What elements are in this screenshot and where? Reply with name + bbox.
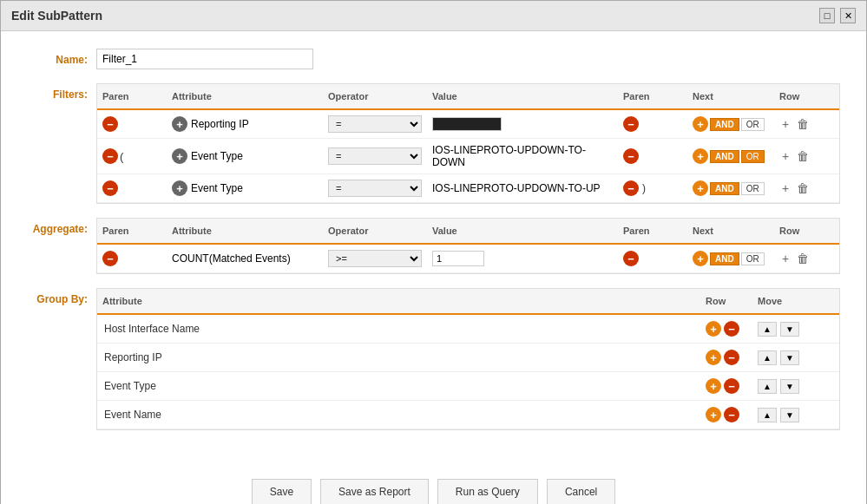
filters-row: Filters: Paren Attribute Operator Value …	[27, 83, 840, 204]
groupby3-add-row[interactable]: +	[706, 378, 721, 394]
filter3-attribute-value: Event Type	[191, 182, 243, 194]
groupby-attr-3: Event Type	[97, 376, 700, 396]
filter1-remove-paren-close[interactable]: −	[623, 116, 639, 132]
groupby-row-btns-3: + −	[700, 376, 752, 396]
filter1-and-or: + AND OR	[693, 116, 765, 132]
agg1-delete-row[interactable]: 🗑	[794, 251, 811, 266]
filter3-operator-cell: =	[323, 178, 427, 199]
filter2-add-attribute[interactable]: +	[172, 148, 187, 164]
filter1-paren-open: −	[97, 115, 167, 134]
groupby2-move-down[interactable]: ▼	[780, 350, 799, 365]
filter3-remove-paren-open[interactable]: −	[102, 180, 118, 196]
filter3-add-attribute[interactable]: +	[172, 180, 187, 196]
agg1-add-row[interactable]: +	[779, 251, 791, 266]
filters-table-container: Paren Attribute Operator Value Paren Nex…	[96, 83, 840, 204]
name-input[interactable]	[96, 49, 313, 69]
agg1-paren-open: −	[97, 249, 167, 268]
filter2-paren-open: − (	[97, 147, 167, 166]
filters-col-attribute: Attribute	[167, 89, 323, 103]
groupby2-remove-row[interactable]: −	[724, 350, 739, 365]
groupby-attr-2: Reporting IP	[97, 348, 700, 367]
groupby1-move-down[interactable]: ▼	[780, 322, 799, 337]
filter2-add-row[interactable]: +	[779, 148, 791, 164]
groupby3-remove-row[interactable]: −	[724, 378, 739, 394]
groupby-move-4: ▲ ▼	[752, 406, 839, 424]
filter1-plus-next[interactable]: +	[693, 116, 708, 132]
groupby4-move-up[interactable]: ▲	[758, 408, 777, 422]
groupby4-move-down[interactable]: ▼	[780, 408, 799, 422]
aggregate-label: Aggregate:	[27, 218, 96, 235]
cancel-button[interactable]: Cancel	[547, 479, 615, 504]
groupby1-move-btns: ▲ ▼	[758, 322, 799, 337]
minimize-button[interactable]: □	[819, 8, 835, 23]
filter3-and-or: + AND OR	[693, 180, 765, 196]
filter1-next-cell: + AND OR	[687, 115, 774, 134]
agg-col-row: Row	[774, 224, 826, 238]
groupby2-move-up[interactable]: ▲	[758, 350, 777, 365]
content-area: Name: Filters: Paren Attribute Operator …	[1, 31, 866, 461]
filter3-delete-row[interactable]: 🗑	[794, 180, 811, 196]
filter3-plus-next[interactable]: +	[693, 180, 708, 196]
filter3-or-btn[interactable]: OR	[741, 182, 765, 195]
groupby4-remove-row[interactable]: −	[724, 407, 739, 422]
agg1-and-or: + AND OR	[693, 251, 765, 266]
filter2-remove-paren-open[interactable]: −	[102, 148, 118, 164]
aggregate-table-header: Paren Attribute Operator Value Paren Nex…	[97, 219, 839, 245]
agg-col-attribute: Attribute	[167, 224, 323, 238]
save-button[interactable]: Save	[252, 479, 312, 504]
filter2-delete-row[interactable]: 🗑	[794, 148, 811, 164]
filter1-remove-paren-open[interactable]: −	[102, 116, 118, 132]
agg1-plus-next[interactable]: +	[693, 251, 708, 266]
agg1-value-input[interactable]	[432, 251, 484, 266]
agg1-operator-select[interactable]: >=	[328, 250, 422, 267]
filter3-add-row[interactable]: +	[779, 180, 791, 196]
filter2-remove-paren-close[interactable]: −	[623, 148, 639, 164]
filter3-paren-close: − )	[618, 179, 687, 198]
aggregate-table-container: Paren Attribute Operator Value Paren Nex…	[96, 218, 840, 274]
filter2-operator-select[interactable]: =	[328, 147, 422, 165]
groupby2-add-row[interactable]: +	[706, 350, 721, 365]
groupby1-remove-row[interactable]: −	[724, 321, 739, 337]
filter1-add-row[interactable]: +	[779, 116, 791, 132]
groupby-col-row: Row	[700, 294, 752, 308]
run-as-query-button[interactable]: Run as Query	[437, 479, 538, 504]
groupby3-move-down[interactable]: ▼	[780, 379, 799, 394]
agg1-remove-paren-close[interactable]: −	[623, 251, 639, 266]
filter1-operator-select[interactable]: =	[328, 115, 422, 133]
filter1-value-masked	[432, 117, 502, 131]
title-bar-controls: □ ✕	[819, 8, 856, 23]
filter1-delete-row[interactable]: 🗑	[794, 116, 811, 132]
filters-label: Filters:	[27, 83, 96, 101]
name-row: Name:	[27, 49, 840, 69]
agg1-and-btn[interactable]: AND	[710, 252, 739, 265]
groupby1-add-row[interactable]: +	[706, 321, 721, 337]
filter1-add-attribute[interactable]: +	[172, 116, 187, 132]
filter1-and-btn[interactable]: AND	[710, 118, 739, 131]
agg1-attribute-cell: COUNT(Matched Events)	[167, 251, 323, 266]
filter2-plus-next[interactable]: +	[693, 148, 708, 164]
filter2-and-btn[interactable]: AND	[710, 150, 739, 163]
name-value-container	[96, 49, 840, 69]
save-as-report-button[interactable]: Save as Report	[320, 479, 429, 504]
filter2-value-text: IOS-LINEPROTO-UPDOWN-TO-DOWN	[432, 144, 613, 168]
groupby-row-btns-1: + −	[700, 319, 752, 338]
filter3-row-btns: + 🗑	[774, 179, 826, 198]
groupby4-add-row[interactable]: +	[706, 407, 721, 422]
filter2-attribute-value: Event Type	[191, 150, 243, 162]
filters-col-next: Next	[687, 89, 774, 103]
filter2-next-cell: + AND OR	[687, 147, 774, 166]
groupby3-move-up[interactable]: ▲	[758, 379, 777, 394]
agg1-remove-paren-open[interactable]: −	[102, 251, 118, 266]
agg1-row-btns: + 🗑	[774, 249, 826, 268]
filter2-or-btn[interactable]: OR	[741, 150, 765, 163]
groupby1-move-up[interactable]: ▲	[758, 322, 777, 337]
groupby-row-1: Host Interface Name + − ▲ ▼	[97, 315, 839, 344]
close-button[interactable]: ✕	[840, 8, 856, 23]
filter3-remove-paren-close[interactable]: −	[623, 180, 639, 196]
agg1-or-btn[interactable]: OR	[741, 252, 765, 265]
groupby-label: Group By:	[27, 288, 96, 305]
filter3-operator-select[interactable]: =	[328, 180, 422, 197]
filter1-or-btn[interactable]: OR	[741, 118, 765, 131]
filter3-and-btn[interactable]: AND	[710, 182, 739, 195]
agg1-row-actions: + 🗑	[779, 251, 811, 266]
